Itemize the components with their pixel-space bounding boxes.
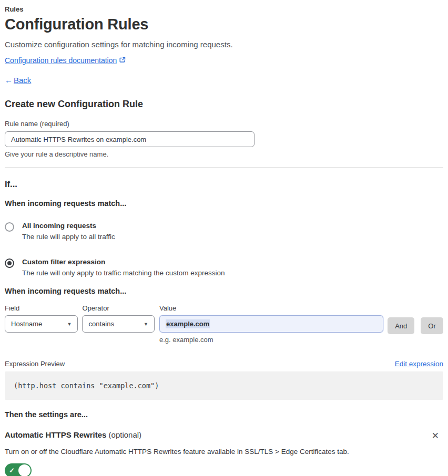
- setting-title-text: Automatic HTTPS Rewrites: [5, 430, 106, 439]
- documentation-link[interactable]: Configuration rules documentation: [5, 56, 117, 65]
- match-heading-2: When incoming requests match...: [5, 287, 443, 295]
- radio-option-description: The rule will apply to all traffic: [22, 233, 115, 241]
- expression-preview-code: (http.host contains "example.com"): [5, 371, 443, 400]
- setting-header: Automatic HTTPS Rewrites (optional) ✕: [5, 430, 443, 441]
- radio-option-all-requests[interactable]: All incoming requests The rule will appl…: [5, 222, 443, 241]
- chevron-down-icon: ▼: [67, 322, 72, 327]
- and-button[interactable]: And: [388, 317, 414, 334]
- create-rule-heading: Create new Configuration Rule: [5, 99, 443, 110]
- field-select-value: Hostname: [11, 320, 42, 328]
- rule-name-help: Give your rule a descriptive name.: [5, 150, 443, 158]
- page-subtitle: Customize configuration settings for mat…: [5, 40, 443, 49]
- automatic-https-rewrites-toggle[interactable]: ✓: [5, 463, 32, 476]
- value-input-text: example.com: [166, 319, 210, 328]
- match-heading-1: When incoming requests match...: [5, 199, 443, 208]
- radio-selected-icon[interactable]: [5, 258, 14, 268]
- value-input[interactable]: example.com: [159, 315, 383, 333]
- operator-select-value: contains: [88, 320, 114, 328]
- external-link-icon: [119, 56, 126, 65]
- expression-preview-row: Expression Preview Edit expression: [5, 360, 443, 368]
- expression-builder-row: Field Hostname ▼ Operator contains ▼ Val…: [5, 304, 443, 344]
- operator-select[interactable]: contains ▼: [82, 315, 154, 333]
- radio-option-label: Custom filter expression: [22, 258, 225, 266]
- field-select[interactable]: Hostname ▼: [5, 315, 78, 333]
- radio-option-label: All incoming requests: [22, 222, 115, 230]
- field-label: Field: [5, 304, 78, 312]
- rule-name-label: Rule name (required): [5, 120, 443, 128]
- back-row: ← Back: [5, 76, 443, 85]
- documentation-row: Configuration rules documentation: [5, 56, 443, 65]
- rule-name-input[interactable]: [5, 131, 254, 147]
- or-button[interactable]: Or: [421, 317, 443, 334]
- then-settings-heading: Then the settings are...: [5, 410, 443, 419]
- close-icon[interactable]: ✕: [427, 430, 443, 441]
- expression-preview-label: Expression Preview: [5, 360, 65, 368]
- section-divider: [5, 167, 443, 168]
- radio-option-description: The rule will only apply to traffic matc…: [22, 269, 225, 277]
- back-arrow-icon: ←: [5, 76, 13, 85]
- setting-title: Automatic HTTPS Rewrites (optional): [5, 430, 141, 439]
- page-title: Configuration Rules: [5, 16, 443, 33]
- toggle-knob: [18, 464, 30, 476]
- edit-expression-link[interactable]: Edit expression: [395, 360, 443, 368]
- operator-label: Operator: [82, 304, 154, 312]
- radio-option-custom-filter[interactable]: Custom filter expression The rule will o…: [5, 258, 443, 277]
- radio-unselected-icon[interactable]: [5, 222, 14, 232]
- value-help: e.g. example.com: [159, 336, 383, 344]
- value-label: Value: [159, 304, 383, 312]
- if-heading: If...: [5, 179, 443, 189]
- setting-optional-text: (optional): [106, 430, 141, 439]
- chevron-down-icon: ▼: [144, 322, 148, 327]
- back-link[interactable]: Back: [14, 76, 31, 85]
- toggle-check-icon: ✓: [9, 467, 15, 474]
- breadcrumb: Rules: [5, 5, 443, 13]
- setting-description: Turn on or off the Cloudflare Automatic …: [5, 448, 443, 456]
